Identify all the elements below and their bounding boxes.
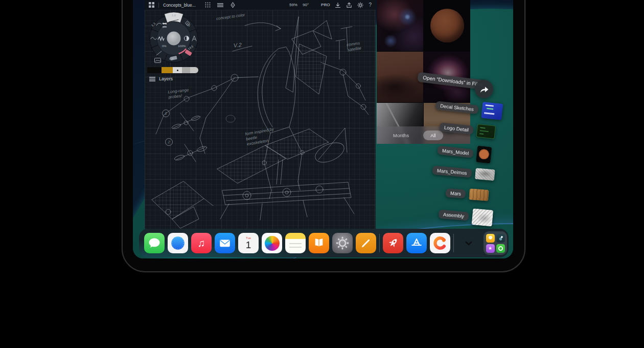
color-swatch[interactable] [173,67,182,73]
photo-mars-globe[interactable] [424,0,470,51]
color-swatch[interactable] [190,67,198,73]
annotation-probe-1: 1 [162,110,170,117]
mail-envelope-icon [218,236,232,250]
rotation-value[interactable]: 90° [303,3,309,7]
active-tool-size: 1.6 [147,14,200,17]
dock-divider [453,234,454,252]
app-photos[interactable] [262,233,282,253]
dock: ♫ Tue 1 [139,229,509,257]
app-music[interactable]: ♫ [191,233,212,253]
app-safari[interactable] [168,233,188,253]
app-mail[interactable] [215,233,235,253]
concepts-toolbar: Concepts_blue... 59% [145,0,376,10]
color-swatch[interactable] [147,67,162,73]
music-note-icon: ♫ [198,237,205,249]
selected-swatch-dot [177,70,178,71]
chevron-down-icon [463,237,475,249]
document-title[interactable]: Concepts_blue... [163,3,196,8]
settings-gear-icon [335,235,350,251]
photo-nebula[interactable] [377,0,423,51]
mars-globe-image [430,9,464,42]
settings-gear-icon[interactable] [357,2,363,8]
layers-button[interactable]: Layers [149,76,173,81]
messages-bubble-icon [147,236,162,250]
rocket-icon [386,236,400,250]
photos-flower-icon [265,236,280,251]
zoom-level[interactable]: 59% [289,3,297,7]
app-rocket[interactable] [383,233,403,253]
dock-divider [379,234,380,252]
camera-icon [496,234,505,243]
app-library[interactable]: ★ [484,231,507,255]
app-settings[interactable] [332,233,353,253]
color-swatch-bar[interactable] [147,67,198,73]
download-icon[interactable] [335,2,341,8]
photo-mars-surface[interactable] [377,52,423,102]
dock-collapse-chevron[interactable] [460,233,477,253]
safari-compass-icon [169,234,187,252]
photos-filter-bar: Months All [377,126,470,144]
app-books[interactable] [309,233,329,253]
ipad-screen: concept to color V.2 comms satellite Lon… [133,0,513,258]
pen-icon [359,236,373,250]
tool-wheel-graphic [147,12,200,65]
color-swatch[interactable] [162,67,173,73]
app-notes[interactable] [285,233,306,253]
app-appstore[interactable] [406,233,427,253]
import-image-icon[interactable] [154,58,161,63]
segment-size-bottom: 6.8 [169,57,173,60]
layers-icon [149,77,155,81]
app-messages[interactable] [144,233,165,253]
dots-grid-icon[interactable] [205,2,211,8]
app-calendar[interactable]: Tue 1 [238,233,259,253]
calendar-day: 1 [246,240,251,250]
annotation-probe-2: 2 [165,138,173,146]
pen-nib-icon[interactable] [230,2,236,8]
app-sketch[interactable] [356,233,376,253]
stroke-menu-icon[interactable] [217,3,223,8]
tool-wheel[interactable]: 1.6 1.6 pts 0% 100% 1.3 3.5 14.5 6.8 [147,12,200,65]
ring-icon [496,244,505,253]
color-swatch[interactable] [182,67,190,73]
books-icon [312,236,326,250]
appstore-a-icon [409,236,424,250]
filter-all[interactable]: All [423,130,443,140]
apps-grid-icon[interactable] [149,2,154,8]
concepts-app-window: concept to color V.2 comms satellite Lon… [145,0,376,229]
share-export-icon[interactable] [346,2,352,8]
filter-months[interactable]: Months [386,130,416,140]
photo-orion-nebula[interactable] [424,52,470,102]
concepts-c-icon [432,235,448,251]
page-background: concept to color V.2 comms satellite Lon… [0,0,644,348]
toolbar-divider [158,3,159,8]
help-icon[interactable]: ? [369,2,372,8]
annotation-version: V.2 [233,41,242,49]
pro-badge[interactable]: PRO [321,3,330,7]
tips-bulb-icon [486,234,495,243]
photos-panel: Months All [377,0,470,144]
opacity-min-label: 0% [162,45,167,48]
opacity-max-label: 100% [178,45,186,48]
ipad-device: concept to color V.2 comms satellite Lon… [122,0,525,272]
app-concepts[interactable] [430,233,450,253]
star-icon: ★ [486,244,495,253]
layers-label: Layers [159,76,173,81]
